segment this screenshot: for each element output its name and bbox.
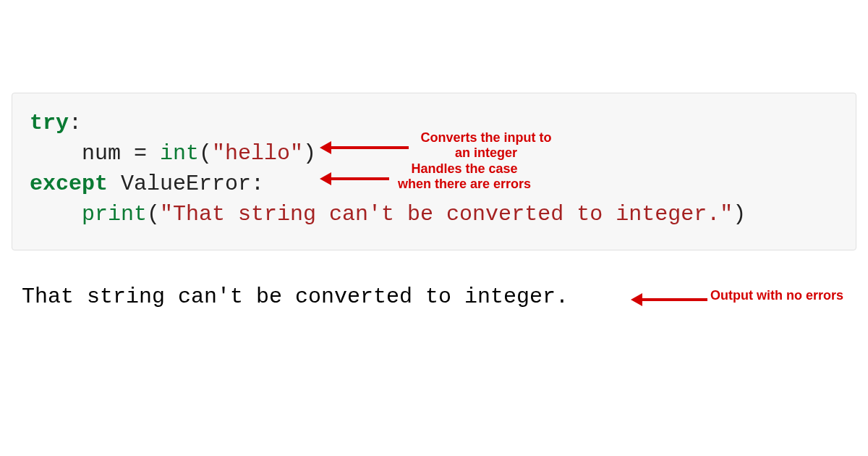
space	[108, 172, 121, 196]
arrow-icon	[320, 141, 409, 154]
string-message: "That string can't be converted to integ…	[160, 202, 733, 227]
function-int: int	[160, 141, 199, 166]
close-paren: )	[733, 202, 746, 227]
equals: =	[121, 141, 160, 166]
annotation-handles-line2: when there are errors	[398, 177, 531, 191]
annotation-convert-line1: Converts the input to	[421, 130, 552, 145]
annotation-convert-line2: an integer	[455, 145, 517, 160]
annotation-output-text: Output with no errors	[710, 288, 843, 303]
identifier-valueerror: ValueError	[121, 172, 251, 196]
annotation-output: Output with no errors	[710, 288, 855, 303]
output-text: That string can't be converted to intege…	[22, 284, 569, 309]
indent	[30, 202, 82, 227]
open-paren: (	[199, 141, 212, 166]
code-line-4: print("That string can't be converted to…	[30, 199, 838, 229]
keyword-try: try	[30, 111, 69, 135]
indent	[30, 141, 82, 166]
arrow-icon	[631, 293, 707, 306]
annotation-convert: Converts the input to an integer	[414, 130, 558, 160]
function-print: print	[82, 202, 147, 227]
annotation-handles-line1: Handles the case	[411, 161, 517, 176]
colon: :	[251, 172, 264, 196]
string-hello: "hello"	[212, 141, 303, 166]
arrow-icon	[320, 172, 389, 185]
keyword-except: except	[30, 172, 108, 196]
open-paren: (	[147, 202, 160, 227]
identifier-num: num	[82, 141, 121, 166]
annotation-handles: Handles the case when there are errors	[392, 161, 537, 191]
close-paren: )	[303, 141, 316, 166]
colon: :	[69, 111, 82, 135]
